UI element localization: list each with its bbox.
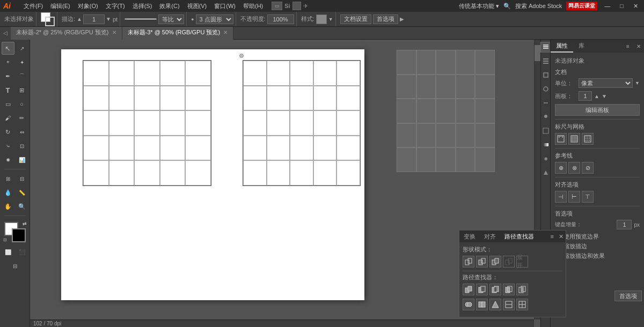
path-icon-6[interactable] bbox=[463, 299, 474, 310]
warp-tool[interactable]: ⤷ bbox=[2, 139, 14, 152]
symbol-sprayer-tool[interactable]: ✸ bbox=[2, 153, 14, 166]
layers-strip-icon[interactable] bbox=[540, 56, 551, 66]
workspace-label[interactable]: 传统基本功能 ▾ bbox=[459, 2, 499, 10]
align-strip-icon[interactable] bbox=[540, 98, 551, 108]
fill-stroke-widget[interactable] bbox=[41, 12, 55, 26]
menu-help[interactable]: 帮助(H) bbox=[240, 1, 266, 11]
menu-effect[interactable]: 效果(C) bbox=[156, 1, 182, 11]
rect-tool-icon[interactable]: ▭ bbox=[272, 2, 282, 10]
screen-mode-icon[interactable]: ⊟ bbox=[9, 259, 21, 272]
pf-transform-tab[interactable]: 变换 bbox=[459, 231, 480, 242]
brush-tool[interactable]: 🖌 bbox=[2, 112, 14, 124]
lasso-tool[interactable]: ⌖ bbox=[2, 56, 14, 69]
color-mode-icon[interactable]: ⬜ bbox=[2, 246, 14, 258]
stroke-down-icon[interactable]: ▼ bbox=[106, 16, 111, 22]
pen-tool[interactable]: ✒ bbox=[2, 70, 14, 83]
prefs-btn[interactable]: 首选项 bbox=[373, 14, 398, 24]
rect-tool[interactable]: ▭ bbox=[2, 98, 14, 110]
library-tab[interactable]: 库 bbox=[573, 40, 590, 53]
close-btn[interactable]: ✕ bbox=[631, 3, 641, 10]
swap-colors-icon[interactable]: ⇄ bbox=[23, 221, 27, 226]
tab-0[interactable]: 未标题-2* @ 25% (RGB/GPU 预览) ✕ bbox=[11, 27, 122, 40]
symbols-strip-icon[interactable]: ✸ bbox=[540, 153, 551, 164]
stroke-color-tool[interactable] bbox=[12, 228, 26, 242]
menu-select[interactable]: 选择(S) bbox=[129, 1, 156, 11]
shape-select[interactable]: 3 点圆形 bbox=[196, 14, 233, 24]
artboard-down-icon[interactable]: ▼ bbox=[602, 93, 607, 99]
shape-icon-1[interactable] bbox=[463, 256, 474, 267]
guide-icon-3[interactable]: ⊘ bbox=[582, 162, 594, 174]
keyboard-input[interactable] bbox=[617, 220, 632, 229]
ruler-icon-1[interactable] bbox=[555, 133, 567, 145]
shape-icon-2[interactable] bbox=[476, 256, 488, 267]
doc-settings-btn[interactable]: 文档设置 bbox=[340, 14, 371, 24]
guide-icon-1[interactable]: ⊕ bbox=[555, 162, 567, 174]
path-icon-5[interactable] bbox=[516, 284, 528, 295]
minimize-btn[interactable]: — bbox=[602, 3, 613, 9]
path-icon-2[interactable] bbox=[476, 284, 488, 295]
appearance-strip-icon[interactable] bbox=[540, 112, 551, 122]
path-icon-3[interactable] bbox=[489, 284, 501, 295]
line-tool[interactable]: ⊞ bbox=[16, 84, 28, 96]
tab-1-close[interactable]: ✕ bbox=[223, 29, 228, 35]
stroke-input[interactable] bbox=[83, 14, 105, 24]
panel-menu-icon[interactable]: ≡ bbox=[623, 40, 633, 53]
path-icon-10[interactable] bbox=[516, 299, 528, 310]
menu-object[interactable]: 对象(O) bbox=[75, 1, 101, 11]
slice-tool[interactable]: ⊟ bbox=[16, 172, 28, 185]
pencil-tool[interactable]: ✏ bbox=[16, 112, 28, 124]
panel-close-icon[interactable]: ✕ bbox=[633, 40, 644, 53]
menu-window[interactable]: 窗口(W) bbox=[211, 1, 239, 11]
free-transform-tool[interactable]: ⊡ bbox=[16, 139, 28, 152]
zoom-tool[interactable]: 🔍 bbox=[16, 200, 28, 213]
guide-icon-2[interactable]: ⊗ bbox=[568, 162, 580, 174]
menu-view[interactable]: 视图(V) bbox=[184, 1, 210, 11]
tabs-left-btn[interactable]: ◁ bbox=[0, 27, 11, 40]
rotate-tool[interactable]: ↻ bbox=[2, 125, 14, 138]
path-icon-8[interactable] bbox=[489, 299, 501, 310]
edit-artboard-btn[interactable]: 编辑画板 bbox=[555, 104, 640, 116]
properties-tab[interactable]: 属性 bbox=[551, 40, 573, 53]
eyedropper-tool[interactable]: 💧 bbox=[2, 186, 14, 199]
style-chevron[interactable]: ▼ bbox=[328, 17, 333, 22]
pf-align-tab[interactable]: 对齐 bbox=[480, 231, 500, 242]
artboard-count[interactable] bbox=[579, 91, 592, 101]
linetype-select[interactable]: 等比 bbox=[158, 14, 184, 24]
align-icon-1[interactable]: ⊣ bbox=[555, 191, 567, 203]
opacity-input[interactable] bbox=[267, 14, 294, 24]
ellipse-tool[interactable]: ○ bbox=[16, 98, 28, 110]
toolbar-arrow[interactable]: ▶ bbox=[400, 16, 404, 22]
shape-icon-4[interactable] bbox=[503, 256, 515, 267]
pf-pathfinder-tab[interactable]: 路径查找器 bbox=[500, 231, 538, 242]
pf-menu-icon[interactable]: ≡ bbox=[548, 233, 557, 240]
scale-tool[interactable]: ⇔ bbox=[16, 125, 28, 138]
artboard-up-icon[interactable]: ▲ bbox=[594, 93, 599, 99]
gradient-mode-icon[interactable]: ⬛ bbox=[16, 246, 28, 258]
align-icon-2[interactable]: ⊢ bbox=[568, 191, 580, 203]
magic-wand-tool[interactable]: ✦ bbox=[16, 56, 28, 69]
tab-1[interactable]: 未标题-3* @ 50% (RGB/GPU 预览) ✕ bbox=[122, 27, 234, 40]
menu-edit[interactable]: 编辑(E) bbox=[47, 1, 74, 11]
unit-select[interactable]: 像素 bbox=[579, 78, 633, 88]
scroll-thumb-v[interactable] bbox=[535, 45, 540, 61]
properties-strip-icon[interactable] bbox=[540, 42, 551, 53]
expand-strip-icon[interactable] bbox=[540, 167, 551, 178]
pathfinder-strip-icon[interactable] bbox=[540, 84, 551, 94]
path-icon-7[interactable] bbox=[476, 299, 488, 310]
measure-tool[interactable]: 📏 bbox=[16, 186, 28, 199]
ruler-icon-3[interactable] bbox=[582, 133, 594, 145]
transform-strip-icon[interactable] bbox=[540, 70, 551, 80]
expand-icon[interactable]: 展开 bbox=[516, 256, 528, 267]
bottom-prefs-btn[interactable]: 首选项 bbox=[614, 291, 642, 301]
pf-close-icon[interactable]: ✕ bbox=[557, 233, 566, 240]
path-icon-4[interactable] bbox=[503, 284, 515, 295]
stroke-color[interactable] bbox=[45, 17, 55, 26]
maximize-btn[interactable]: □ bbox=[617, 3, 626, 9]
select-tool[interactable]: ↖ bbox=[2, 42, 14, 55]
text-tool[interactable]: T bbox=[2, 84, 14, 96]
shape-icon-3[interactable] bbox=[489, 256, 501, 267]
stock-label[interactable]: 搜索 Adobe Stock bbox=[515, 2, 562, 10]
stroke-up-icon[interactable]: ▲ bbox=[77, 16, 82, 22]
rect-icon2[interactable] bbox=[292, 2, 301, 10]
tab-0-close[interactable]: ✕ bbox=[112, 29, 116, 35]
